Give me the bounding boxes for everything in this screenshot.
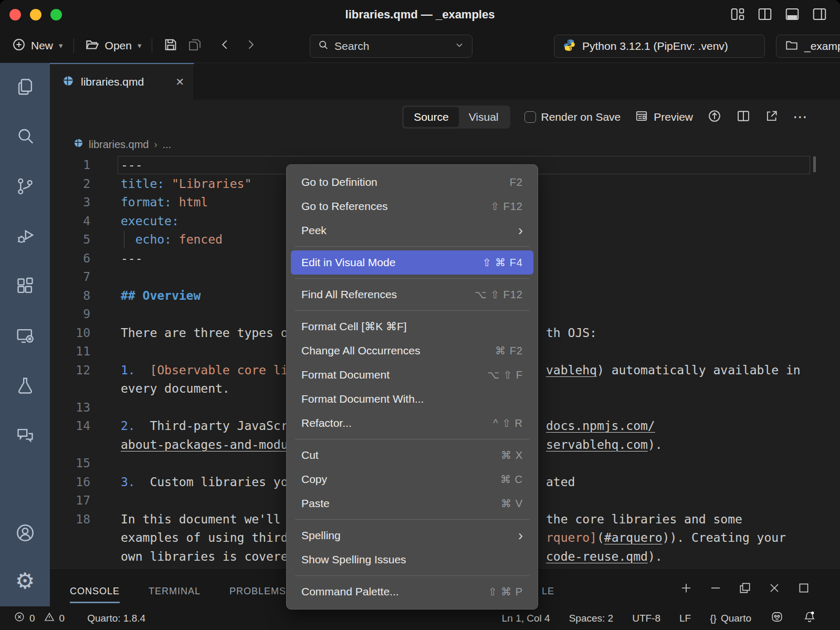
search-input[interactable]: Search	[310, 35, 472, 58]
interpreter-selector[interactable]: Python 3.12.1 (PipEnv: .venv)	[554, 35, 765, 58]
workspace-selector[interactable]: _examples	[776, 35, 840, 58]
bell-icon[interactable]	[803, 610, 816, 626]
app-window: libraries.qmd — _examples New ▾ Open ▾	[0, 0, 840, 630]
tab-bar: libraries.qmd ✕	[50, 63, 840, 100]
close-icon[interactable]	[768, 581, 781, 597]
menu-item-command-palette[interactable]: Command Palette...⇧ ⌘ P	[287, 580, 538, 604]
panel-tab-partial[interactable]: LE	[542, 582, 554, 600]
braces-icon: {}	[710, 613, 717, 624]
extensions-icon[interactable]	[15, 276, 35, 296]
status-bar: 0 0 Quarto: 1.8.4 Ln 1, Col 4 Spaces: 2 …	[0, 606, 840, 630]
activity-bar: ⚙	[0, 63, 50, 606]
chat-icon[interactable]	[15, 426, 35, 446]
menu-item-go-to-definition[interactable]: Go to DefinitionF2	[287, 170, 538, 194]
line-number: 2	[50, 174, 90, 193]
menu-item-show-spelling-issues[interactable]: Show Spelling Issues	[287, 548, 538, 572]
close-icon[interactable]: ✕	[175, 76, 184, 88]
chevron-down-icon: ▾	[59, 41, 63, 50]
scrollbar-thumb[interactable]	[813, 156, 816, 172]
line-number: 14	[50, 416, 90, 435]
line-number: 10	[50, 323, 90, 342]
submenu-chevron-icon: ›	[518, 523, 523, 548]
menu-separator	[295, 246, 529, 247]
tab-libraries-qmd[interactable]: libraries.qmd ✕	[50, 63, 194, 100]
menu-item-format-document[interactable]: Format Document⌥ ⇧ F	[287, 363, 538, 387]
layout-customize-icon[interactable]	[730, 6, 746, 22]
menu-item-format-document-with[interactable]: Format Document With...	[287, 387, 538, 411]
error-icon	[14, 611, 25, 625]
menu-separator	[295, 278, 529, 279]
line-number: 1	[50, 155, 90, 174]
menu-separator	[295, 439, 529, 439]
secondary-sidebar-icon[interactable]	[812, 6, 827, 22]
circle-plus-icon	[12, 37, 26, 55]
line-number: 7	[50, 267, 90, 286]
save-icon	[163, 37, 178, 55]
search-icon	[318, 39, 329, 53]
line-number: 9	[50, 304, 90, 323]
line-number: 4	[50, 212, 90, 230]
save-button[interactable]	[163, 37, 178, 55]
menu-item-spelling[interactable]: Spelling›	[287, 523, 538, 548]
panel-tab-console[interactable]: CONSOLE	[70, 582, 120, 603]
menu-separator	[295, 310, 529, 311]
source-control-icon[interactable]	[15, 176, 35, 196]
window-title: libraries.qmd — _examples	[0, 0, 840, 29]
search-icon[interactable]	[15, 127, 35, 146]
open-button[interactable]: Open ▾	[85, 37, 142, 55]
save-all-button[interactable]	[187, 37, 203, 55]
menu-item-go-to-references[interactable]: Go to References⇧ F12	[287, 194, 538, 218]
problems-status[interactable]: 0 0	[14, 611, 65, 625]
menu-item-change-all-occurrences[interactable]: Change All Occurrences⌘ F2	[287, 339, 538, 363]
menu-item-format-cell-k-f[interactable]: Format Cell [⌘K ⌘F]	[287, 314, 538, 339]
encoding-setting[interactable]: UTF-8	[632, 613, 660, 624]
minimize-icon[interactable]	[709, 581, 722, 597]
back-button[interactable]	[218, 38, 232, 54]
menu-item-copy[interactable]: Copy⌘ C	[287, 467, 538, 491]
line-number: 15	[50, 454, 90, 472]
language-mode[interactable]: {} Quarto	[710, 613, 751, 624]
error-count: 0	[29, 613, 35, 624]
restore-icon[interactable]	[738, 581, 752, 597]
menu-item-paste[interactable]: Paste⌘ V	[287, 491, 538, 516]
line-number: 12	[50, 361, 90, 380]
quarto-version[interactable]: Quarto: 1.8.4	[87, 613, 145, 624]
testing-icon[interactable]	[15, 376, 35, 396]
quarto-file-icon	[62, 75, 74, 89]
indent-setting[interactable]: Spaces: 2	[569, 613, 614, 624]
interpreter-label: Python 3.12.1 (PipEnv: .venv)	[582, 40, 728, 52]
maximize-icon[interactable]	[797, 581, 811, 597]
menu-item-find-all-references[interactable]: Find All References⌥ ⇧ F12	[287, 282, 538, 307]
line-number: 8	[50, 286, 90, 305]
back-icon	[218, 38, 232, 54]
explorer-icon[interactable]	[15, 77, 35, 97]
split-editor-icon[interactable]	[757, 6, 773, 22]
new-button[interactable]: New ▾	[12, 37, 63, 55]
menu-item-cut[interactable]: Cut⌘ X	[287, 443, 538, 467]
menu-item-edit-in-visual-mode[interactable]: Edit in Visual Mode⇧ ⌘ F4	[291, 250, 533, 275]
search-placeholder: Search	[334, 40, 449, 52]
language-label: Quarto	[721, 613, 751, 624]
settings-gear-icon[interactable]: ⚙	[15, 571, 35, 592]
panel-tab-problems[interactable]: PROBLEMS	[229, 582, 286, 603]
account-icon[interactable]	[15, 522, 36, 543]
warning-icon	[44, 611, 55, 625]
panel-tab-terminal[interactable]: TERMINAL	[149, 582, 201, 603]
remote-icon[interactable]	[15, 326, 35, 346]
menu-item-refactor[interactable]: Refactor...^ ⇧ R	[287, 411, 538, 435]
run-debug-icon[interactable]	[15, 226, 35, 246]
eol-setting[interactable]: LF	[679, 613, 691, 624]
menu-item-peek[interactable]: Peek›	[287, 218, 538, 243]
line-number: 6	[50, 249, 90, 268]
feedback-icon[interactable]	[770, 610, 784, 626]
cursor-position[interactable]: Ln 1, Col 4	[502, 613, 550, 624]
open-folder-icon	[85, 37, 100, 55]
submenu-chevron-icon: ›	[518, 218, 523, 243]
save-all-icon	[187, 37, 203, 55]
toolbar: New ▾ Open ▾ Sea	[0, 29, 840, 63]
warning-count: 0	[59, 613, 65, 624]
add-icon[interactable]	[679, 581, 693, 597]
forward-button[interactable]	[244, 38, 257, 54]
chevron-down-icon[interactable]	[454, 40, 465, 52]
panel-bottom-icon[interactable]	[784, 6, 800, 22]
